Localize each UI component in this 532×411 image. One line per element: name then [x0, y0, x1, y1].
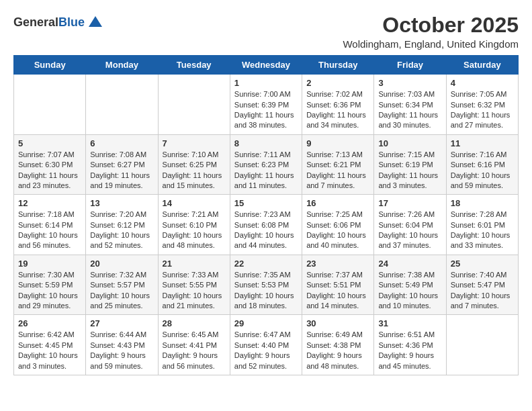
day-number: 4 [451, 78, 514, 88]
day-info: Sunrise: 7:23 AM Sunset: 6:08 PM Dayligh… [234, 210, 298, 251]
day-info: Sunrise: 7:00 AM Sunset: 6:39 PM Dayligh… [234, 89, 298, 131]
calendar-cell: 15Sunrise: 7:23 AM Sunset: 6:08 PM Dayli… [230, 195, 302, 255]
title-area: October 2025 Woldingham, England, United… [343, 13, 519, 50]
day-number: 31 [378, 318, 441, 328]
calendar-cell: 8Sunrise: 7:11 AM Sunset: 6:23 PM Daylig… [230, 134, 302, 195]
calendar-cell: 25Sunrise: 7:40 AM Sunset: 5:47 PM Dayli… [446, 255, 518, 315]
day-number: 6 [90, 138, 153, 148]
day-info: Sunrise: 7:05 AM Sunset: 6:32 PM Dayligh… [451, 89, 514, 131]
day-number: 17 [378, 198, 441, 208]
day-number: 27 [90, 318, 153, 328]
calendar-cell: 20Sunrise: 7:32 AM Sunset: 5:57 PM Dayli… [86, 255, 158, 315]
calendar-week-row: 12Sunrise: 7:18 AM Sunset: 6:14 PM Dayli… [14, 195, 519, 255]
month-title: October 2025 [343, 13, 519, 37]
calendar-cell: 23Sunrise: 7:37 AM Sunset: 5:51 PM Dayli… [302, 255, 374, 315]
day-info: Sunrise: 7:03 AM Sunset: 6:34 PM Dayligh… [378, 89, 441, 131]
day-number: 8 [234, 138, 298, 148]
calendar-cell [158, 75, 230, 135]
day-info: Sunrise: 7:18 AM Sunset: 6:14 PM Dayligh… [18, 210, 81, 251]
calendar-cell [446, 315, 518, 375]
calendar-cell: 12Sunrise: 7:18 AM Sunset: 6:14 PM Dayli… [14, 195, 86, 255]
day-number: 14 [163, 198, 226, 208]
day-info: Sunrise: 6:47 AM Sunset: 4:40 PM Dayligh… [234, 330, 298, 371]
day-info: Sunrise: 7:07 AM Sunset: 6:30 PM Dayligh… [18, 150, 81, 191]
day-info: Sunrise: 6:42 AM Sunset: 4:45 PM Dayligh… [18, 330, 81, 371]
calendar-cell: 11Sunrise: 7:16 AM Sunset: 6:16 PM Dayli… [446, 134, 518, 195]
calendar-cell: 2Sunrise: 7:02 AM Sunset: 6:36 PM Daylig… [302, 75, 374, 135]
calendar-week-row: 26Sunrise: 6:42 AM Sunset: 4:45 PM Dayli… [14, 315, 519, 375]
day-number: 22 [234, 259, 298, 269]
day-number: 25 [451, 259, 514, 269]
calendar-cell: 4Sunrise: 7:05 AM Sunset: 6:32 PM Daylig… [446, 75, 518, 135]
day-number: 18 [451, 198, 514, 208]
day-info: Sunrise: 6:49 AM Sunset: 4:38 PM Dayligh… [306, 330, 369, 371]
day-info: Sunrise: 7:35 AM Sunset: 5:53 PM Dayligh… [234, 270, 298, 312]
calendar-cell: 19Sunrise: 7:30 AM Sunset: 5:59 PM Dayli… [14, 255, 86, 315]
weekday-header-saturday: Saturday [446, 56, 518, 75]
day-number: 26 [18, 318, 81, 328]
calendar-cell: 22Sunrise: 7:35 AM Sunset: 5:53 PM Dayli… [230, 255, 302, 315]
weekday-header-thursday: Thursday [302, 56, 374, 75]
day-info: Sunrise: 7:10 AM Sunset: 6:25 PM Dayligh… [163, 150, 226, 191]
calendar-cell: 3Sunrise: 7:03 AM Sunset: 6:34 PM Daylig… [374, 75, 446, 135]
day-number: 1 [234, 78, 298, 88]
weekday-header-row: SundayMondayTuesdayWednesdayThursdayFrid… [14, 56, 519, 75]
day-number: 24 [378, 259, 441, 269]
day-info: Sunrise: 7:15 AM Sunset: 6:19 PM Dayligh… [378, 150, 441, 191]
calendar-cell: 29Sunrise: 6:47 AM Sunset: 4:40 PM Dayli… [230, 315, 302, 375]
day-info: Sunrise: 7:21 AM Sunset: 6:10 PM Dayligh… [163, 210, 226, 251]
day-number: 23 [306, 259, 369, 269]
calendar-cell: 1Sunrise: 7:00 AM Sunset: 6:39 PM Daylig… [230, 75, 302, 135]
calendar-cell: 18Sunrise: 7:28 AM Sunset: 6:01 PM Dayli… [446, 195, 518, 255]
day-info: Sunrise: 7:11 AM Sunset: 6:23 PM Dayligh… [234, 150, 298, 191]
day-number: 30 [306, 318, 369, 328]
day-info: Sunrise: 6:44 AM Sunset: 4:43 PM Dayligh… [90, 330, 153, 371]
calendar-cell [86, 75, 158, 135]
day-number: 20 [90, 259, 153, 269]
svg-marker-0 [89, 16, 102, 27]
day-info: Sunrise: 7:16 AM Sunset: 6:16 PM Dayligh… [451, 150, 514, 191]
calendar-week-row: 1Sunrise: 7:00 AM Sunset: 6:39 PM Daylig… [14, 75, 519, 135]
calendar-cell: 6Sunrise: 7:08 AM Sunset: 6:27 PM Daylig… [86, 134, 158, 195]
calendar-week-row: 19Sunrise: 7:30 AM Sunset: 5:59 PM Dayli… [14, 255, 519, 315]
day-info: Sunrise: 7:32 AM Sunset: 5:57 PM Dayligh… [90, 270, 153, 312]
day-number: 7 [163, 138, 226, 148]
day-number: 10 [378, 138, 441, 148]
logo-icon [86, 13, 105, 32]
day-info: Sunrise: 7:33 AM Sunset: 5:55 PM Dayligh… [163, 270, 226, 312]
day-number: 16 [306, 198, 369, 208]
day-number: 5 [18, 138, 81, 148]
location-title: Woldingham, England, United Kingdom [343, 38, 519, 50]
logo: GeneralBlue [13, 13, 105, 32]
calendar-cell: 28Sunrise: 6:45 AM Sunset: 4:41 PM Dayli… [158, 315, 230, 375]
day-info: Sunrise: 7:25 AM Sunset: 6:06 PM Dayligh… [306, 210, 369, 251]
calendar-cell: 21Sunrise: 7:33 AM Sunset: 5:55 PM Dayli… [158, 255, 230, 315]
page-header: GeneralBlue October 2025 Woldingham, Eng… [13, 13, 519, 50]
weekday-header-wednesday: Wednesday [230, 56, 302, 75]
day-info: Sunrise: 6:51 AM Sunset: 4:36 PM Dayligh… [378, 330, 441, 371]
day-number: 13 [90, 198, 153, 208]
day-info: Sunrise: 7:38 AM Sunset: 5:49 PM Dayligh… [378, 270, 441, 312]
calendar-cell: 9Sunrise: 7:13 AM Sunset: 6:21 PM Daylig… [302, 134, 374, 195]
calendar-cell: 5Sunrise: 7:07 AM Sunset: 6:30 PM Daylig… [14, 134, 86, 195]
day-info: Sunrise: 7:37 AM Sunset: 5:51 PM Dayligh… [306, 270, 369, 312]
calendar-cell [14, 75, 86, 135]
day-info: Sunrise: 7:26 AM Sunset: 6:04 PM Dayligh… [378, 210, 441, 251]
calendar-cell: 24Sunrise: 7:38 AM Sunset: 5:49 PM Dayli… [374, 255, 446, 315]
day-info: Sunrise: 7:02 AM Sunset: 6:36 PM Dayligh… [306, 89, 369, 131]
weekday-header-tuesday: Tuesday [158, 56, 230, 75]
day-number: 11 [451, 138, 514, 148]
day-number: 28 [163, 318, 226, 328]
calendar-cell: 16Sunrise: 7:25 AM Sunset: 6:06 PM Dayli… [302, 195, 374, 255]
calendar-cell: 17Sunrise: 7:26 AM Sunset: 6:04 PM Dayli… [374, 195, 446, 255]
weekday-header-friday: Friday [374, 56, 446, 75]
day-number: 2 [306, 78, 369, 88]
calendar-table: SundayMondayTuesdayWednesdayThursdayFrid… [13, 55, 519, 375]
calendar-cell: 31Sunrise: 6:51 AM Sunset: 4:36 PM Dayli… [374, 315, 446, 375]
day-number: 21 [163, 259, 226, 269]
calendar-cell: 10Sunrise: 7:15 AM Sunset: 6:19 PM Dayli… [374, 134, 446, 195]
calendar-week-row: 5Sunrise: 7:07 AM Sunset: 6:30 PM Daylig… [14, 134, 519, 195]
day-number: 19 [18, 259, 81, 269]
calendar-cell: 13Sunrise: 7:20 AM Sunset: 6:12 PM Dayli… [86, 195, 158, 255]
day-info: Sunrise: 7:13 AM Sunset: 6:21 PM Dayligh… [306, 150, 369, 191]
